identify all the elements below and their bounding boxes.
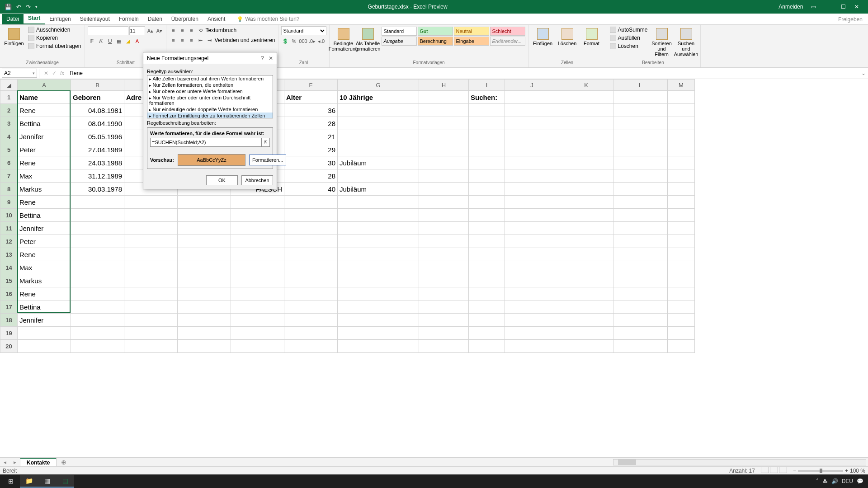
style-schlecht[interactable]: Schlecht	[490, 27, 525, 36]
cell[interactable]	[559, 104, 613, 117]
cell[interactable]: Geboren	[71, 91, 124, 104]
comma-icon[interactable]: 000	[299, 37, 307, 45]
cell[interactable]	[419, 222, 469, 235]
task-app[interactable]: ▦	[38, 475, 56, 488]
cell[interactable]: Rene	[18, 196, 71, 209]
cell[interactable]	[559, 91, 613, 104]
cell[interactable]	[559, 156, 613, 169]
cell[interactable]	[284, 235, 338, 248]
style-ausgabe[interactable]: Ausgabe	[382, 37, 417, 46]
cell[interactable]	[505, 169, 559, 183]
signin-link[interactable]: Anmelden	[778, 4, 803, 10]
cell[interactable]	[505, 117, 559, 130]
dialog-help-icon[interactable]: ?	[261, 55, 264, 61]
cell[interactable]	[284, 274, 338, 287]
clear-button[interactable]: Löschen	[609, 42, 649, 50]
cell[interactable]	[668, 143, 695, 156]
cell[interactable]	[419, 235, 469, 248]
style-erkl[interactable]: Erklärender...	[490, 37, 525, 46]
cell[interactable]	[338, 261, 419, 274]
cell[interactable]	[338, 117, 419, 130]
cell[interactable]	[613, 104, 668, 117]
cell[interactable]	[419, 248, 469, 261]
dec-decimal-icon[interactable]: ◂.0	[317, 37, 326, 45]
cell[interactable]	[231, 196, 284, 209]
cell[interactable]: Jennifer	[18, 222, 71, 235]
style-eingabe[interactable]: Eingabe	[454, 37, 489, 46]
cell[interactable]	[613, 156, 668, 169]
cell[interactable]	[469, 235, 505, 248]
inc-decimal-icon[interactable]: .0▸	[308, 37, 316, 45]
tab-file[interactable]: Datei	[2, 14, 24, 24]
row-header[interactable]: 4	[0, 130, 18, 143]
cell[interactable]	[178, 327, 231, 340]
row-header[interactable]: 15	[0, 274, 18, 287]
style-gut[interactable]: Gut	[418, 27, 453, 36]
cell[interactable]	[469, 261, 505, 274]
cell[interactable]: 28	[284, 117, 338, 130]
currency-icon[interactable]: 💲	[281, 37, 289, 45]
cell[interactable]	[178, 274, 231, 287]
cell[interactable]	[559, 130, 613, 143]
cell[interactable]	[338, 222, 419, 235]
cell[interactable]	[284, 248, 338, 261]
cell[interactable]	[338, 104, 419, 117]
cell[interactable]	[71, 248, 124, 261]
cell[interactable]	[505, 104, 559, 117]
cut-button[interactable]: Ausschneiden	[27, 26, 82, 33]
row-header[interactable]: 18	[0, 314, 18, 327]
tray-up-icon[interactable]: ˄	[816, 478, 819, 484]
cell[interactable]	[18, 340, 71, 353]
row-header[interactable]: 12	[0, 235, 18, 248]
cell[interactable]: 05.05.1996	[71, 130, 124, 143]
grow-font-icon[interactable]: A▴	[146, 27, 154, 35]
undo-icon[interactable]: ↶	[16, 4, 21, 10]
cell[interactable]	[124, 274, 178, 287]
cell[interactable]: Peter	[18, 235, 71, 248]
accept-formula-icon[interactable]: ✓	[52, 70, 57, 76]
cell[interactable]	[338, 314, 419, 327]
cell[interactable]	[668, 235, 695, 248]
cell[interactable]	[505, 274, 559, 287]
cell[interactable]	[559, 117, 613, 130]
cell[interactable]	[338, 196, 419, 209]
rule-type-list[interactable]: Alle Zellen basierend auf ihren Werten f…	[147, 75, 273, 118]
cell[interactable]	[231, 340, 284, 353]
cell[interactable]	[559, 235, 613, 248]
cell[interactable]	[178, 287, 231, 300]
task-explorer[interactable]: 📁	[20, 475, 38, 488]
row-header[interactable]: 10	[0, 209, 18, 222]
cell[interactable]: Bettina	[18, 209, 71, 222]
cell[interactable]: Bettina	[18, 117, 71, 130]
cell[interactable]: Markus	[18, 183, 71, 196]
cell[interactable]: Alter	[284, 91, 338, 104]
cell[interactable]	[338, 274, 419, 287]
cell[interactable]	[613, 261, 668, 274]
notifications-icon[interactable]: 💬	[857, 478, 863, 484]
merge-button[interactable]: Verbinden und zentrieren	[214, 37, 275, 43]
cell[interactable]	[419, 117, 469, 130]
cell[interactable]	[469, 130, 505, 143]
row-header[interactable]: 17	[0, 300, 18, 314]
cell[interactable]	[284, 196, 338, 209]
cell[interactable]: Jubiläum	[338, 183, 419, 196]
cell[interactable]: 30.03.1978	[71, 183, 124, 196]
cell[interactable]	[71, 196, 124, 209]
cell[interactable]	[613, 287, 668, 300]
shrink-font-icon[interactable]: A▾	[155, 27, 163, 35]
cell[interactable]	[419, 287, 469, 300]
cell[interactable]	[469, 169, 505, 183]
cell[interactable]	[668, 222, 695, 235]
cell[interactable]	[613, 274, 668, 287]
align-left-icon[interactable]: ≡	[169, 36, 177, 44]
tell-me[interactable]: Was möchten Sie tun?	[232, 14, 304, 24]
copy-button[interactable]: Kopieren	[27, 34, 82, 42]
cell[interactable]	[178, 235, 231, 248]
cell[interactable]	[469, 327, 505, 340]
cell[interactable]	[668, 327, 695, 340]
cell[interactable]	[71, 327, 124, 340]
col-header[interactable]: G	[338, 80, 419, 91]
cell[interactable]	[231, 274, 284, 287]
cell[interactable]	[338, 143, 419, 156]
font-color-button[interactable]: A	[133, 37, 141, 45]
